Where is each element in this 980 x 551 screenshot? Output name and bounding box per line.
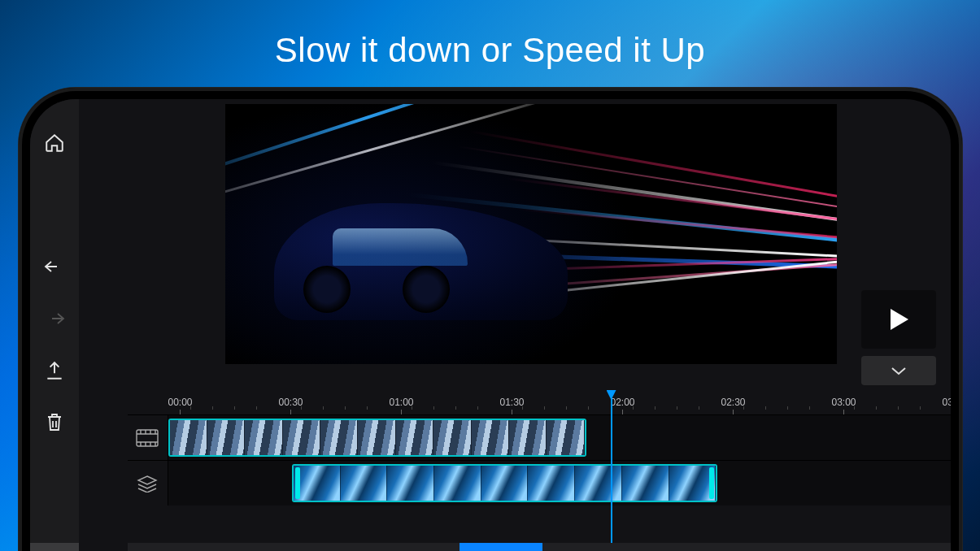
- clip-thumbnail: [433, 420, 471, 455]
- tick-label: 02:30: [721, 397, 746, 408]
- clip-thumbnail: [387, 466, 434, 501]
- play-icon: [888, 307, 909, 332]
- clip-thumbnail: [528, 466, 575, 501]
- ruler-tick: 01:00: [390, 397, 414, 414]
- tool-volume[interactable]: Volume: [211, 543, 294, 551]
- ruler-tick: 03:00: [832, 397, 856, 414]
- ruler-tick: 01:30: [500, 397, 525, 414]
- ruler-minor-tick: [633, 406, 634, 410]
- overlay-clip-1[interactable]: [292, 464, 718, 502]
- headline: Slow it down or Speed it Up: [0, 31, 980, 70]
- clip-thumbnail: [669, 466, 716, 501]
- video-track-lane[interactable]: [168, 415, 951, 460]
- tool-panzoom[interactable]: Pan & Zoom: [708, 543, 791, 551]
- clip-thumbnail: [294, 466, 341, 501]
- overlay-track: [128, 460, 951, 505]
- ruler-minor-tick: [854, 406, 855, 410]
- timeline[interactable]: 00:0000:3001:0001:3002:0002:3003:0003:30: [128, 392, 951, 543]
- export-icon: [44, 360, 65, 381]
- svg-rect-0: [137, 430, 158, 446]
- video-clip-1[interactable]: [168, 419, 586, 457]
- ruler-tick: 00:30: [279, 397, 303, 414]
- preview-frame: [225, 104, 837, 364]
- time-ruler[interactable]: 00:0000:3001:0001:3002:0002:3003:0003:30: [128, 392, 951, 414]
- ruler-minor-tick: [522, 406, 523, 410]
- overlay-track-icon: [128, 461, 168, 505]
- ruler-minor-tick: [655, 406, 656, 410]
- clip-thumbnail: [170, 420, 207, 455]
- ruler-tick: 00:00: [168, 397, 193, 414]
- ruler-minor-tick: [455, 406, 456, 410]
- clip-thumbnail: [481, 466, 529, 501]
- phone-frame: 00:0000:3001:0001:3002:0002:3003:0003:30: [19, 88, 962, 551]
- clip-thumbnail: [320, 420, 358, 455]
- ruler-minor-tick: [677, 406, 677, 410]
- ruler-tick: 02:30: [721, 397, 746, 414]
- chevron-down-icon: [890, 365, 908, 376]
- redo-icon: [43, 310, 66, 327]
- ruler-minor-tick: [743, 406, 744, 410]
- home-button[interactable]: [30, 117, 79, 169]
- overlay-track-lane[interactable]: [168, 461, 951, 505]
- home-icon: [44, 132, 65, 154]
- trash-icon: [45, 412, 64, 433]
- tick-label: 03:30: [943, 397, 951, 408]
- tool-effect[interactable]: fxEffect: [542, 543, 625, 551]
- clip-thumbnail: [207, 420, 245, 455]
- ruler-tick: 03:30: [943, 397, 951, 414]
- clip-thumbnail: [245, 420, 282, 455]
- ruler-minor-tick: [809, 406, 810, 410]
- ruler-minor-tick: [787, 406, 788, 410]
- tick-label: 01:00: [390, 397, 414, 408]
- ruler-minor-tick: [345, 406, 346, 410]
- play-button[interactable]: [861, 290, 936, 349]
- tick-label: 00:00: [168, 397, 193, 408]
- ruler-minor-tick: [256, 406, 257, 410]
- export-button[interactable]: [30, 345, 79, 397]
- clip-thumbnail: [283, 420, 320, 455]
- tool-filter[interactable]: Filter: [294, 543, 377, 551]
- ruler-minor-tick: [301, 406, 302, 410]
- clip-thumbnail: [547, 420, 584, 455]
- ruler-minor-tick: [588, 406, 589, 410]
- ruler-minor-tick: [367, 406, 368, 410]
- ruler-minor-tick: [566, 406, 567, 410]
- ruler-minor-tick: [544, 406, 545, 410]
- undo-button[interactable]: [30, 241, 79, 293]
- tick-label: 03:00: [832, 397, 856, 408]
- app-screen: 00:0000:3001:0001:3002:0002:3003:0003:30: [30, 99, 951, 551]
- undo-icon: [43, 258, 66, 275]
- left-toolbar: [30, 99, 79, 551]
- back-button[interactable]: [30, 543, 79, 551]
- tool-adjustment[interactable]: Adjustment: [377, 543, 460, 551]
- redo-button[interactable]: [30, 293, 79, 345]
- ruler-minor-tick: [920, 406, 921, 410]
- clip-thumbnail: [509, 420, 547, 455]
- clip-thumbnail: [472, 420, 509, 455]
- ruler-minor-tick: [699, 406, 699, 410]
- ruler-minor-tick: [234, 406, 235, 410]
- clip-thumbnail: [434, 466, 481, 501]
- clip-thumbnail: [575, 466, 622, 501]
- expand-panel-button[interactable]: [861, 356, 936, 385]
- ruler-minor-tick: [412, 406, 412, 410]
- tick-label: 01:30: [500, 397, 525, 408]
- ruler-minor-tick: [765, 406, 766, 410]
- tool-skin[interactable]: Skin Smoothener: [625, 543, 708, 551]
- delete-button[interactable]: [30, 397, 79, 449]
- tool-rotate[interactable]: Rot: [874, 543, 951, 551]
- tool-crop[interactable]: Crop: [791, 543, 874, 551]
- clip-thumbnail: [396, 420, 433, 455]
- ruler-minor-tick: [876, 406, 877, 410]
- bottom-toolbar: SplitVolumeFilterAdjustmentSpeedfxEffect…: [128, 543, 951, 551]
- ruler-minor-tick: [433, 406, 434, 410]
- clip-thumbnail: [341, 466, 388, 501]
- clip-thumbnail: [358, 420, 395, 455]
- ruler-minor-tick: [323, 406, 324, 410]
- tool-speed[interactable]: Speed: [460, 543, 542, 551]
- video-preview[interactable]: [225, 104, 837, 364]
- ruler-tick: 02:00: [611, 397, 635, 414]
- video-track-icon: [128, 415, 168, 460]
- tool-split[interactable]: Split: [128, 543, 211, 551]
- ruler-minor-tick: [212, 406, 213, 410]
